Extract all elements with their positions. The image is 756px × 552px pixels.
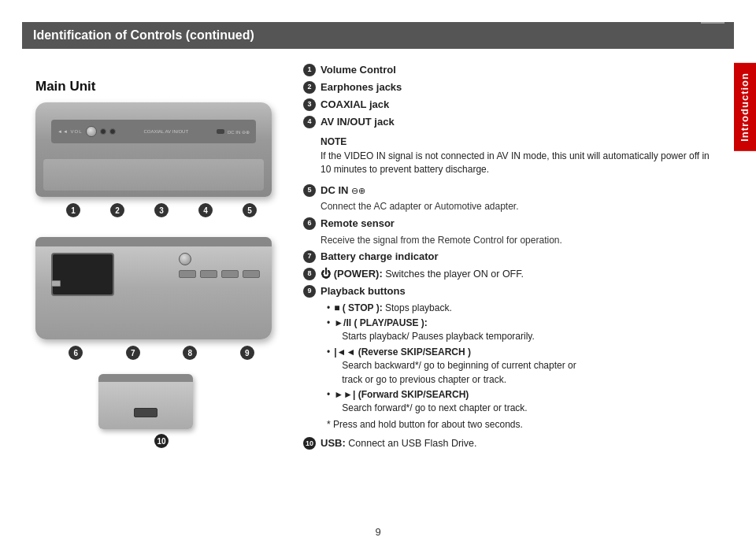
intro-tab: Introduction xyxy=(734,63,756,151)
coaxial-label: COAXIAL AV IN/OUT xyxy=(119,129,213,134)
device-top-view: ◄◄ VOL COAXIAL AV IN/OUT DC IN ⊖⊕ xyxy=(35,102,272,197)
bullet-forward: • ►►| (Forward SKIP/SEARCH) Search forwa… xyxy=(327,388,721,416)
item-8-content: ⏻ (POWER): Switches the player ON or OFF… xyxy=(321,267,524,282)
num-10: 10 xyxy=(154,434,169,448)
top-device-numbers: 1 2 3 4 5 xyxy=(28,203,295,217)
item-8-row: 8 ⏻ (POWER): Switches the player ON or O… xyxy=(303,267,721,282)
header-bar: Identification of Controls (continued) xyxy=(22,22,734,49)
bullet-stop-text: ■ ( STOP ): Stops playback. xyxy=(334,302,452,315)
item-2-row: 2 Earphones jacks xyxy=(303,80,721,95)
item-6-desc: Receive the signal from the Remote Contr… xyxy=(321,234,721,247)
item-1-label: Volume Control xyxy=(321,63,396,78)
item-10-row: 10 USB: Connect an USB Flash Drive. xyxy=(303,436,721,451)
item-num-5: 5 xyxy=(303,184,316,197)
bullet-forward-text: ►►| (Forward SKIP/SEARCH) Search forward… xyxy=(334,388,527,416)
num-4: 4 xyxy=(198,203,213,217)
item-5-label: DC IN xyxy=(321,184,348,196)
jack-1 xyxy=(100,128,106,135)
item-6-label: Remote sensor xyxy=(321,217,395,232)
dc-port xyxy=(217,129,224,134)
item-3-row: 3 COAXIAL jack xyxy=(303,98,721,113)
header-title: Identification of Controls (continued) xyxy=(33,28,254,43)
device-bottom-strip xyxy=(35,237,272,246)
bullet-play: • ►/II ( PLAY/PAUSE ): Starts playback/ … xyxy=(327,317,721,344)
side-btns-row xyxy=(179,270,260,278)
playback-btn-3 xyxy=(221,270,239,278)
item-num-7: 7 xyxy=(303,250,316,263)
num-7: 7 xyxy=(126,346,140,360)
item-4-row: 4 AV IN/OUT jack xyxy=(303,115,721,130)
device-label: ◄◄ VOL xyxy=(57,129,83,134)
item-10-desc: Connect an USB Flash Drive. xyxy=(348,438,476,449)
device-screen xyxy=(51,253,114,296)
item-9-row: 9 Playback buttons xyxy=(303,284,721,299)
item-num-3: 3 xyxy=(303,98,316,111)
usb-device-top xyxy=(98,374,193,382)
press-note: * Press and hold button for about two se… xyxy=(327,418,721,432)
main-unit-label: Main Unit xyxy=(35,79,96,94)
item-8-power-sym: ⏻ xyxy=(321,268,334,280)
item-num-9: 9 xyxy=(303,285,316,298)
device-top-controls: ◄◄ VOL COAXIAL AV IN/OUT DC IN ⊖⊕ xyxy=(51,120,256,143)
bullet-play-text: ►/II ( PLAY/PAUSE ): Starts playback/ Pa… xyxy=(334,317,535,344)
page-number: 9 xyxy=(375,526,380,538)
dc-icons: ⊖⊕ xyxy=(351,186,365,195)
num-6: 6 xyxy=(69,346,83,360)
item-5-row: 5 DC IN ⊖⊕ xyxy=(303,183,721,198)
bullet-dot-3: • xyxy=(327,346,330,359)
item-10-label: USB: xyxy=(321,437,346,449)
device-illustrations: ◄◄ VOL COAXIAL AV IN/OUT DC IN ⊖⊕ 1 2 3 … xyxy=(28,102,295,448)
num-2: 2 xyxy=(110,203,124,217)
item-7-row: 7 Battery charge indicator xyxy=(303,250,721,265)
item-6-row: 6 Remote sensor xyxy=(303,217,721,232)
num-9: 9 xyxy=(240,346,254,360)
controls-description: 1 Volume Control 2 Earphones jacks 3 COA… xyxy=(303,63,721,454)
item-1-row: 1 Volume Control xyxy=(303,63,721,78)
note-label: NOTE xyxy=(321,136,346,147)
item-4-label: AV IN/OUT jack xyxy=(321,115,395,130)
num-1: 1 xyxy=(66,203,80,217)
bullet-reverse: • |◄◄ (Reverse SKIP/SEARCH ) Search back… xyxy=(327,346,721,387)
num-5: 5 xyxy=(243,203,257,217)
item-num-6: 6 xyxy=(303,217,316,230)
item-3-label: COAXIAL jack xyxy=(321,98,389,113)
bullet-reverse-text: |◄◄ (Reverse SKIP/SEARCH ) Search backwa… xyxy=(334,346,576,387)
bottom-device-numbers: 6 7 8 9 xyxy=(28,346,295,360)
jack-2 xyxy=(109,128,116,135)
bullet-stop: • ■ ( STOP ): Stops playback. xyxy=(327,302,721,315)
item-5-desc: Connect the AC adapter or Automotive ada… xyxy=(321,200,721,213)
item-8-label: (POWER): xyxy=(334,268,383,280)
item-7-label: Battery charge indicator xyxy=(321,250,439,265)
side-btn-1 xyxy=(179,253,191,265)
num-8: 8 xyxy=(183,346,197,360)
corner-decoration xyxy=(701,22,724,24)
note-text: If the VIDEO IN signal is not connected … xyxy=(321,150,710,175)
playback-btn-4 xyxy=(243,270,260,278)
item-5-content: DC IN ⊖⊕ xyxy=(321,183,365,198)
vol-knob xyxy=(86,126,97,137)
battery-indicator xyxy=(51,280,61,287)
item-num-8: 8 xyxy=(303,268,316,280)
item-2-label: Earphones jacks xyxy=(321,80,402,95)
usb-number-container: 10 xyxy=(28,434,295,448)
playback-btn-1 xyxy=(179,270,196,278)
dc-label: DC IN ⊖⊕ xyxy=(228,129,250,135)
device-usb-view xyxy=(98,374,193,429)
item-10-content: USB: Connect an USB Flash Drive. xyxy=(321,436,477,451)
bullet-dot-1: • xyxy=(327,302,330,315)
device-side-controls xyxy=(179,253,260,278)
usb-port xyxy=(134,408,158,417)
device-bottom-view xyxy=(35,237,272,339)
item-num-1: 1 xyxy=(303,64,316,76)
item-8-desc: Switches the player ON or OFF. xyxy=(385,269,524,280)
item-num-10: 10 xyxy=(303,437,316,450)
device-body-bottom xyxy=(43,159,264,191)
item-num-2: 2 xyxy=(303,81,316,94)
item-num-4: 4 xyxy=(303,116,316,128)
note-block: NOTE If the VIDEO IN signal is not conne… xyxy=(321,135,721,176)
bullet-dot-2: • xyxy=(327,317,330,330)
bullet-dot-4: • xyxy=(327,388,330,402)
playback-btn-2 xyxy=(200,270,217,278)
num-3: 3 xyxy=(154,203,169,217)
item-9-label: Playback buttons xyxy=(321,284,406,299)
